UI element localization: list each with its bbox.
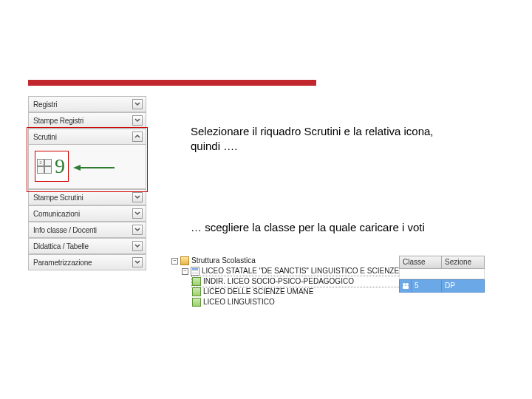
school-tree: − Struttura Scolastica − LICEO STATALE "… xyxy=(171,256,428,307)
panel-label: Scrutini xyxy=(33,133,57,141)
row-icon xyxy=(399,279,411,293)
panel-comunicazioni[interactable]: Comunicazioni xyxy=(28,205,146,222)
grid-icon: 2 xyxy=(37,159,52,174)
chevron-down-icon[interactable] xyxy=(132,208,143,219)
instruction-1: Selezionare il riquadro Scrutini e la re… xyxy=(191,124,457,153)
svg-point-2 xyxy=(403,283,406,286)
table-spacer xyxy=(399,269,485,279)
group-icon xyxy=(192,298,201,307)
tree-label: Struttura Scolastica xyxy=(191,256,256,266)
table-header: Classe Sezione xyxy=(399,256,485,269)
panel-scrutini-body: 2 9 xyxy=(28,145,146,189)
grade-digit: 9 xyxy=(55,156,65,177)
panel-label: Stampe Scrutini xyxy=(33,194,83,202)
col-sezione[interactable]: Sezione xyxy=(442,256,485,269)
arrow-left-icon xyxy=(73,164,115,173)
chevron-down-icon[interactable] xyxy=(132,241,143,251)
chevron-up-icon[interactable] xyxy=(132,132,143,142)
cell-classe: 5 xyxy=(411,279,442,293)
svg-rect-4 xyxy=(403,286,409,289)
svg-point-3 xyxy=(406,283,409,286)
chevron-down-icon[interactable] xyxy=(132,115,143,126)
panel-label: Parametrizzazione xyxy=(33,259,92,267)
school-icon xyxy=(180,256,189,265)
panel-label: Didattica / Tabelle xyxy=(33,242,89,250)
table-row[interactable]: 5 DP xyxy=(399,279,485,293)
panel-label: Comunicazioni xyxy=(33,210,80,218)
chevron-down-icon[interactable] xyxy=(132,192,143,202)
panel-didattica[interactable]: Didattica / Tabelle xyxy=(28,238,146,254)
group-icon xyxy=(402,282,409,290)
tree-label: LICEO STATALE "DE SANCTIS" LINGUISTICO E… xyxy=(202,266,428,276)
panel-stampe-scrutini[interactable]: Stampe Scrutini xyxy=(28,189,146,205)
tree-branch[interactable]: LICEO LINGUISTICO xyxy=(192,297,428,307)
tree-label: INDIR. LICEO SOCIO-PSICO-PEDAGOGICO xyxy=(203,276,354,287)
tree-root[interactable]: − Struttura Scolastica xyxy=(171,256,428,266)
group-icon xyxy=(192,277,201,286)
sidebar: Registri Stampe Registri Scrutini 2 9 xyxy=(28,96,146,270)
cell-sezione: DP xyxy=(442,279,485,293)
chevron-down-icon[interactable] xyxy=(132,225,143,235)
panel-label: Stampe Registri xyxy=(33,117,83,125)
collapse-icon[interactable]: − xyxy=(171,258,178,265)
tree-label: LICEO LINGUISTICO xyxy=(203,297,275,307)
panel-label: Registri xyxy=(33,100,57,109)
chevron-down-icon[interactable] xyxy=(132,99,143,109)
panel-stampe-registri[interactable]: Stampe Registri xyxy=(28,112,146,129)
panel-scrutini[interactable]: Scrutini xyxy=(28,129,146,145)
accent-bar xyxy=(28,80,316,86)
tree-branch[interactable]: INDIR. LICEO SOCIO-PSICO-PEDAGOGICO xyxy=(192,276,428,287)
panel-info-classe[interactable]: Info classe / Docenti xyxy=(28,222,146,238)
scrutini-grade-icon[interactable]: 2 9 xyxy=(35,151,69,182)
panel-label: Info classe / Docenti xyxy=(33,226,97,234)
collapse-icon[interactable]: − xyxy=(182,268,188,275)
instruction-2: … scegliere la classe per la quale caric… xyxy=(191,220,471,235)
svg-marker-1 xyxy=(73,165,81,171)
panel-registri[interactable]: Registri xyxy=(28,96,146,112)
tree-school[interactable]: − LICEO STATALE "DE SANCTIS" LINGUISTICO… xyxy=(182,266,428,276)
chevron-down-icon[interactable] xyxy=(132,257,143,267)
class-table: Classe Sezione 5 DP xyxy=(399,256,485,293)
tree-label: LICEO DELLE SCIENZE UMANE xyxy=(203,287,313,297)
tree-branch[interactable]: LICEO DELLE SCIENZE UMANE xyxy=(192,287,428,297)
group-icon xyxy=(192,287,201,296)
panel-parametrizzazione[interactable]: Parametrizzazione xyxy=(28,254,146,270)
list-icon xyxy=(191,267,200,276)
col-classe[interactable]: Classe xyxy=(399,256,442,269)
